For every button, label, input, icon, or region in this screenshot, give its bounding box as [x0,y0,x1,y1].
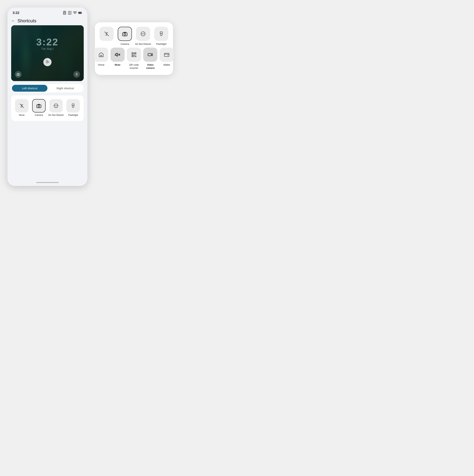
popup-label-camera: Camera [121,42,129,46]
svg-point-6 [18,74,19,75]
popup-option-none[interactable] [99,27,115,46]
svg-rect-4 [79,12,81,13]
svg-point-16 [106,34,107,34]
shortcut-icon-camera [32,99,46,113]
popup-icon-none [100,27,114,41]
popup-icon-home [94,48,108,62]
lockscreen-date: Tue, Aug 1 [41,47,53,50]
popup-icon-dnd [136,27,150,41]
popup-option-mute[interactable]: Mute [110,48,125,70]
lockscreen-preview: 3:22 Tue, Aug 1 [11,25,84,81]
popup-option-home[interactable]: Home [94,48,108,70]
sim-icon [63,11,67,15]
svg-point-9 [21,105,22,106]
shortcut-icon-none [15,99,28,113]
popup-icon-videocam [143,48,157,62]
popup-option-camera[interactable]: Camera [117,27,133,46]
shortcut-label-dnd: Do Not Disturb [48,114,64,117]
popup-row-2: Home Mute [99,48,169,70]
svg-point-39 [167,55,168,56]
home-bar [36,182,59,183]
shortcut-option-flashlight[interactable]: Flashlight [66,99,81,117]
lockscreen-bg [11,25,84,81]
popup-panel: Camera Do Not Disturb Flashlight [95,22,173,75]
svg-rect-38 [164,53,169,56]
svg-rect-23 [101,55,102,57]
popup-icon-qr [127,48,141,62]
page-title: Shortcuts [18,18,36,23]
battery-icon [78,11,82,15]
svg-rect-29 [132,53,133,54]
shortcut-label-none: None [19,114,25,117]
esim-icon [68,11,72,15]
popup-label-videocam: Video camera [143,63,157,70]
popup-option-videocam[interactable]: Video camera [143,48,157,70]
svg-rect-37 [148,53,151,56]
popup-option-flashlight[interactable]: Flashlight [153,27,169,46]
shortcut-tabs: Left shortcut Right shortcut [11,84,84,92]
shortcut-option-camera[interactable]: Camera [31,99,47,117]
shortcut-option-dnd[interactable]: Do Not Disturb [48,99,64,117]
popup-option-wallet[interactable]: Wallet [160,48,174,70]
popup-row-1: Camera Do Not Disturb Flashlight [99,27,169,46]
popup-label-wallet: Wallet [163,63,170,67]
popup-icon-camera [118,27,132,41]
shortcut-icon-flashlight [66,99,80,113]
svg-rect-21 [160,34,162,35]
shortcut-icon-dnd [49,99,63,113]
shortcut-options-row: None Camera [14,99,81,117]
status-bar: 3:22 [7,7,88,16]
svg-rect-1 [64,13,65,14]
status-icons [63,11,82,15]
popup-icon-flashlight [154,27,168,41]
svg-rect-31 [132,56,133,56]
shortcut-label-flashlight: Flashlight [68,114,78,117]
svg-rect-7 [76,74,77,75]
popup-label-qr: QR code scanner [127,63,141,70]
status-time: 3:22 [13,11,19,15]
home-bar-container [7,182,88,183]
popup-label-dnd: Do Not Disturb [135,42,151,46]
tab-left-shortcut[interactable]: Left shortcut [12,85,47,92]
shortcut-options-container: None Camera [11,95,84,121]
phone-frame: 3:22 ← Shortcuts 3:22 Tue, Aug 1 [7,7,88,186]
fingerprint-icon [43,58,52,66]
lockscreen-right-shortcut[interactable] [73,71,80,78]
shortcut-label-camera: Camera [35,114,43,117]
popup-icon-wallet [160,48,174,62]
popup-label-flashlight: Flashlight [156,42,166,46]
back-button[interactable]: ← [11,18,15,23]
popup-label-home: Home [98,63,105,67]
lockscreen-left-shortcut[interactable] [15,71,22,78]
popup-icon-mute [110,48,125,62]
page-header: ← Shortcuts [7,16,88,25]
lockscreen-time: 3:22 [36,36,59,48]
svg-rect-14 [72,105,74,107]
shortcut-option-none[interactable]: None [14,99,29,117]
tab-right-shortcut[interactable]: Right shortcut [47,85,83,92]
popup-label-mute: Mute [115,63,120,67]
popup-option-qr[interactable]: QR code scanner [127,48,141,70]
svg-rect-30 [135,53,136,54]
popup-option-dnd[interactable]: Do Not Disturb [135,27,151,46]
wifi-icon [73,11,77,15]
svg-point-11 [38,105,40,107]
svg-point-18 [124,34,126,35]
